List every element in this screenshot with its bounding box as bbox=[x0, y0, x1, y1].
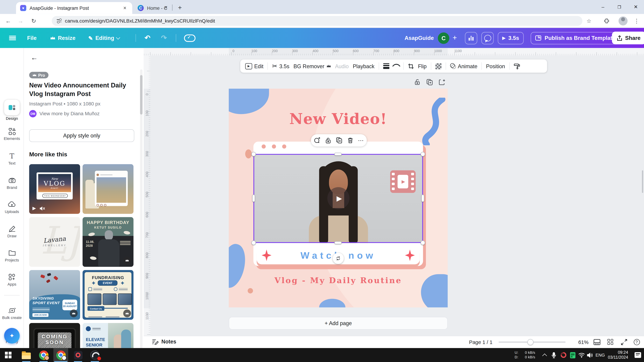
window-restore-button[interactable]: ❐ bbox=[611, 0, 628, 14]
position-button[interactable]: Position bbox=[486, 63, 505, 69]
new-tab-button[interactable]: + bbox=[175, 3, 184, 12]
pages-timeline-button[interactable] bbox=[593, 338, 600, 346]
play-icon[interactable]: ▶ bbox=[32, 206, 36, 211]
add-page-icon[interactable] bbox=[439, 79, 446, 85]
author-link[interactable]: View more by Diana Muñoz bbox=[40, 111, 100, 117]
sidebar-item-text[interactable]: T Text bbox=[0, 151, 24, 165]
forward-button[interactable]: → bbox=[16, 17, 25, 25]
animate-button[interactable]: Animate bbox=[450, 63, 478, 69]
resize-handle-bottom-right[interactable] bbox=[420, 240, 425, 245]
speaker-icon[interactable] bbox=[587, 348, 593, 362]
template-thumb-coming-soon[interactable]: COMINGSOON bbox=[29, 323, 80, 350]
extensions-icon[interactable] bbox=[604, 18, 610, 24]
sidebar-item-design[interactable]: Design bbox=[0, 100, 24, 121]
browser-tab-asapguide[interactable]: ♥ AsapGuide - Instagram Post × bbox=[16, 2, 132, 14]
tab-close-icon[interactable]: × bbox=[162, 4, 169, 10]
design-heading-text[interactable]: New Video! bbox=[229, 110, 448, 127]
resize-handle-right[interactable] bbox=[422, 194, 424, 202]
duplicate-page-icon[interactable] bbox=[426, 79, 433, 85]
more-options-icon[interactable]: ⋯ bbox=[358, 137, 364, 144]
rotate-handle[interactable] bbox=[333, 253, 344, 264]
obs-icon[interactable] bbox=[90, 350, 100, 360]
sidebar-item-bulk-create[interactable]: Bulk create bbox=[0, 306, 24, 320]
recording-tray-icon[interactable] bbox=[561, 348, 566, 362]
tab-close-icon[interactable]: × bbox=[122, 5, 128, 11]
language-indicator[interactable]: ENG bbox=[596, 348, 605, 362]
window-minimize-button[interactable]: – bbox=[595, 0, 611, 14]
fullscreen-button[interactable] bbox=[620, 338, 628, 346]
browser-menu-icon[interactable]: ⋮ bbox=[632, 17, 641, 25]
resize-handle-top-right[interactable] bbox=[420, 152, 425, 156]
resize-handle-bottom-left[interactable] bbox=[251, 240, 256, 245]
url-field[interactable]: canva.com/design/DAGVNLBxLZM/i8mMhM_kwyC… bbox=[52, 16, 582, 26]
panel-back-button[interactable]: ← bbox=[31, 54, 38, 62]
author-row[interactable]: DM View more by Diana Muñoz bbox=[29, 110, 100, 117]
resize-button[interactable]: Resize bbox=[50, 28, 76, 48]
design-caption-text[interactable]: Vlog - My Daily Routine bbox=[229, 276, 448, 285]
canvas-scrollbar[interactable] bbox=[642, 170, 643, 193]
template-thumb-elevate-senior[interactable]: ELEVATESENIORLIVING bbox=[82, 323, 134, 350]
trim-duration-button[interactable]: ✂3.5s bbox=[272, 62, 290, 70]
unlock-icon[interactable] bbox=[414, 79, 421, 85]
editing-mode-dropdown[interactable]: ✎ Editing bbox=[88, 28, 120, 48]
resize-handle-bottom[interactable] bbox=[334, 241, 342, 244]
panel-scrollbar[interactable] bbox=[140, 69, 142, 349]
zoom-slider-thumb[interactable] bbox=[527, 339, 534, 345]
share-button[interactable]: Share bbox=[612, 28, 644, 48]
present-duration-button[interactable]: ▶3.5s bbox=[498, 28, 524, 48]
help-button[interactable]: ? bbox=[633, 338, 640, 346]
sidebar-item-apps[interactable]: Apps bbox=[0, 273, 24, 287]
insights-button[interactable] bbox=[465, 28, 477, 48]
app-tray-icon[interactable] bbox=[570, 348, 576, 362]
file-menu[interactable]: File bbox=[27, 28, 37, 48]
browser-profile-avatar[interactable] bbox=[618, 16, 628, 25]
clock[interactable]: 09:2403/11/2024 bbox=[608, 348, 628, 362]
comment-add-icon[interactable] bbox=[314, 137, 320, 144]
template-thumb-happy-birthday[interactable]: HAPPY BIRTHDAY KETUT SUSILO 11.08.2028 bbox=[82, 217, 134, 267]
account-avatar[interactable]: C bbox=[438, 28, 450, 48]
back-button[interactable]: ← bbox=[4, 17, 12, 25]
grid-view-button[interactable] bbox=[606, 338, 614, 346]
notification-center-icon[interactable] bbox=[634, 348, 641, 362]
crop-button[interactable] bbox=[408, 63, 414, 69]
microphone-tray-icon[interactable] bbox=[552, 348, 556, 362]
transparency-button[interactable] bbox=[435, 63, 441, 69]
duplicate-icon[interactable] bbox=[336, 137, 342, 144]
undo-button[interactable]: ↶ bbox=[144, 28, 150, 48]
file-explorer-icon[interactable] bbox=[21, 350, 31, 360]
muted-icon[interactable] bbox=[40, 206, 45, 211]
add-member-button[interactable]: + bbox=[452, 28, 457, 48]
tray-expand-chevron[interactable] bbox=[543, 348, 546, 362]
zoom-slider[interactable] bbox=[498, 342, 566, 343]
template-thumb-skydiving[interactable]: SKYDIVINGSPORT EVENT SUNDAY20 AUGUST JOI… bbox=[29, 270, 80, 320]
template-thumb-lavana-jewellery[interactable]: LJ Lavana JEWELLERY bbox=[29, 217, 80, 267]
playback-button[interactable]: Playback bbox=[353, 63, 374, 69]
template-thumb-new-vlog[interactable]: New VLOG Alert! THIS WEDNESDAY ▶ bbox=[29, 164, 80, 214]
trash-icon[interactable] bbox=[347, 137, 353, 144]
adjust-weight-icon[interactable] bbox=[383, 62, 389, 70]
sidebar-item-elements[interactable]: Elements bbox=[0, 127, 24, 141]
chrome-active-icon[interactable] bbox=[56, 350, 66, 360]
window-close-button[interactable]: ✕ bbox=[628, 0, 644, 14]
design-page[interactable]: New Video! ▶ ▶ bbox=[229, 89, 448, 308]
resize-handle-left[interactable] bbox=[252, 194, 255, 202]
lock-icon[interactable] bbox=[325, 137, 331, 144]
start-button[interactable] bbox=[3, 350, 13, 360]
copy-style-button[interactable] bbox=[514, 63, 520, 69]
flip-button[interactable]: Flip bbox=[418, 63, 426, 69]
recorder-app-icon[interactable] bbox=[73, 350, 83, 360]
main-menu-icon[interactable] bbox=[9, 28, 16, 48]
chrome-icon[interactable] bbox=[39, 350, 48, 360]
sidebar-item-draw[interactable]: Draw bbox=[0, 224, 24, 238]
bookmark-star-icon[interactable]: ☆ bbox=[585, 17, 593, 25]
bg-remover-button[interactable]: BG Remover bbox=[294, 63, 331, 69]
apply-style-only-button[interactable]: Apply style only bbox=[29, 129, 134, 142]
ai-assistant-button[interactable]: ✦ bbox=[4, 328, 20, 344]
corner-rounding-icon[interactable] bbox=[394, 63, 399, 69]
sidebar-item-uploads[interactable]: Uploads bbox=[0, 200, 24, 214]
publish-brand-template-button[interactable]: Publish as Brand Template bbox=[530, 28, 620, 48]
redo-button[interactable]: ↷ bbox=[161, 28, 167, 48]
edit-button[interactable]: ▶Edit bbox=[245, 63, 264, 69]
zoom-level[interactable]: 61% bbox=[578, 340, 588, 345]
url-text[interactable]: canva.com/design/DAGVNLBxLZM/i8mMhM_kwyC… bbox=[65, 18, 215, 24]
